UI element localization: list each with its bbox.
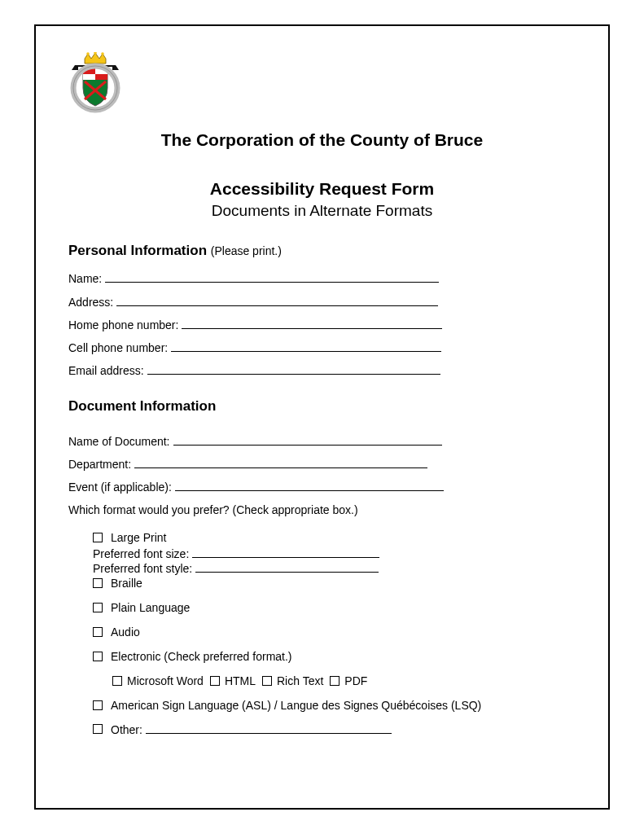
field-label: Email address: bbox=[68, 364, 144, 377]
field-preferred-font-size: Preferred font size: bbox=[93, 546, 576, 560]
field-event: Event (if applicable): bbox=[68, 481, 576, 494]
blank-line[interactable] bbox=[146, 723, 392, 734]
svg-rect-5 bbox=[95, 74, 107, 80]
page-frame: The Corporation of the County of Bruce A… bbox=[34, 24, 610, 810]
option-label: Plain Language bbox=[111, 601, 190, 614]
blank-line[interactable] bbox=[175, 481, 444, 491]
section-heading-personal: Personal Information (Please print.) bbox=[68, 243, 576, 259]
checkbox-icon[interactable] bbox=[330, 676, 340, 686]
option-large-print: Large Print bbox=[93, 531, 576, 544]
option-plain-language: Plain Language bbox=[93, 601, 576, 614]
option-label: Braille bbox=[111, 577, 142, 590]
option-label: Audio bbox=[111, 626, 140, 639]
field-label: Event (if applicable): bbox=[68, 481, 172, 494]
option-msword: Microsoft Word bbox=[112, 674, 204, 687]
checkbox-icon[interactable] bbox=[93, 700, 103, 710]
option-pdf: PDF bbox=[330, 674, 367, 687]
option-label: Other: bbox=[111, 723, 142, 736]
field-label: Name: bbox=[68, 272, 102, 285]
blank-line[interactable] bbox=[192, 546, 379, 557]
org-title: The Corporation of the County of Bruce bbox=[68, 130, 576, 150]
checkbox-icon[interactable] bbox=[210, 676, 220, 686]
blank-line[interactable] bbox=[105, 272, 439, 283]
electronic-sub-options: Microsoft Word HTML Rich Text PDF bbox=[112, 674, 576, 687]
section-heading-text: Personal Information bbox=[68, 243, 207, 258]
field-preferred-font-style: Preferred font style: bbox=[93, 562, 576, 575]
blank-line[interactable] bbox=[182, 318, 442, 329]
checkbox-icon[interactable] bbox=[93, 603, 103, 612]
option-html: HTML bbox=[210, 674, 256, 687]
checkbox-icon[interactable] bbox=[93, 627, 103, 637]
option-asl: American Sign Language (ASL) / Langue de… bbox=[93, 699, 576, 712]
blank-line[interactable] bbox=[116, 295, 438, 305]
checkbox-icon[interactable] bbox=[262, 676, 272, 686]
option-other: Other: bbox=[93, 723, 576, 736]
option-electronic: Electronic (Check preferred format.) bbox=[93, 650, 576, 663]
field-label: Cell phone number: bbox=[68, 341, 168, 354]
checkbox-icon[interactable] bbox=[93, 652, 103, 661]
checkbox-icon[interactable] bbox=[93, 578, 103, 588]
checkbox-icon[interactable] bbox=[112, 676, 122, 686]
svg-point-2 bbox=[101, 52, 104, 55]
checkbox-icon[interactable] bbox=[93, 533, 103, 542]
checkbox-icon[interactable] bbox=[93, 724, 103, 734]
county-crest-icon bbox=[68, 52, 122, 117]
form-subtitle: Documents in Alternate Formats bbox=[68, 202, 576, 220]
blank-line[interactable] bbox=[134, 458, 427, 468]
form-title: Accessibility Request Form bbox=[68, 179, 576, 199]
option-label: American Sign Language (ASL) / Langue de… bbox=[111, 699, 481, 712]
format-question: Which format would you prefer? (Check ap… bbox=[68, 503, 576, 516]
option-label: Microsoft Word bbox=[127, 674, 204, 687]
blank-line[interactable] bbox=[195, 562, 379, 573]
option-label: Rich Text bbox=[277, 674, 323, 687]
field-cell-phone: Cell phone number: bbox=[68, 341, 576, 354]
field-home-phone: Home phone number: bbox=[68, 318, 576, 331]
field-label: Address: bbox=[68, 296, 113, 309]
field-label: Preferred font size: bbox=[93, 547, 189, 560]
option-label: Large Print bbox=[111, 531, 166, 544]
blank-line[interactable] bbox=[171, 341, 441, 352]
field-email: Email address: bbox=[68, 364, 576, 377]
field-label: Home phone number: bbox=[68, 318, 178, 331]
field-label: Name of Document: bbox=[68, 435, 170, 448]
option-rich-text: Rich Text bbox=[262, 674, 323, 687]
field-department: Department: bbox=[68, 458, 576, 471]
option-braille: Braille bbox=[93, 577, 576, 590]
blank-line[interactable] bbox=[173, 434, 442, 445]
svg-point-0 bbox=[86, 52, 90, 55]
field-label: Department: bbox=[68, 458, 131, 471]
format-options: Large Print Preferred font size: Preferr… bbox=[93, 531, 576, 736]
field-address: Address: bbox=[68, 295, 576, 308]
option-audio: Audio bbox=[93, 626, 576, 639]
field-label: Preferred font style: bbox=[93, 562, 192, 575]
field-doc-name: Name of Document: bbox=[68, 434, 576, 447]
option-label: PDF bbox=[344, 674, 367, 687]
option-label: Electronic (Check preferred format.) bbox=[111, 650, 292, 663]
section-heading-document: Document Information bbox=[68, 398, 576, 415]
blank-line[interactable] bbox=[147, 364, 440, 375]
field-name: Name: bbox=[68, 272, 576, 285]
option-label: HTML bbox=[225, 674, 256, 687]
section-hint: (Please print.) bbox=[211, 244, 282, 257]
